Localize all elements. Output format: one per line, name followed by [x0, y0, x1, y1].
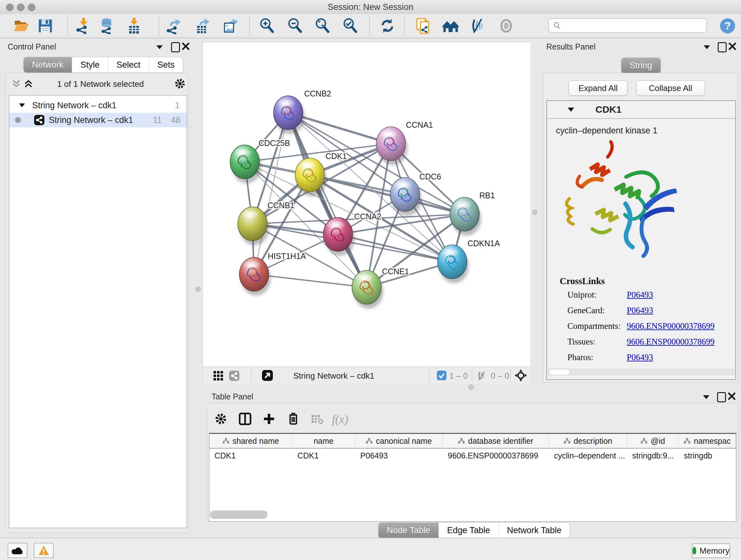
import-network-icon	[75, 17, 92, 34]
network-node-CCNB2[interactable]	[273, 96, 305, 134]
show-columns-icon[interactable]	[239, 413, 252, 425]
crosslink-link[interactable]: 9606.ENSP00000378699	[627, 321, 715, 331]
tab-edge-table[interactable]: Edge Table	[439, 523, 498, 538]
tab-select[interactable]: Select	[108, 57, 149, 72]
copy-network-button[interactable]	[414, 17, 432, 35]
open-session-button[interactable]	[12, 17, 30, 35]
import-network-from-database-button[interactable]	[98, 17, 116, 35]
save-session-button[interactable]	[37, 17, 54, 35]
grid-view-icon[interactable]	[213, 371, 223, 381]
network-tree-child-row[interactable]: String Network – cdk1 11 48	[9, 113, 187, 127]
expand-all-chevron-icon[interactable]	[23, 79, 33, 88]
column-header-database-identifier[interactable]: database identifier	[443, 434, 549, 448]
table-panel-close-icon[interactable]	[728, 392, 736, 400]
column-header-canonical-name[interactable]: canonical name	[355, 434, 443, 448]
network-icon-gray[interactable]	[229, 371, 239, 381]
import-table-button[interactable]	[125, 17, 143, 35]
network-edge-CDK1-RB1[interactable]	[310, 175, 465, 214]
network-edge-CCNB2-HIST1H1A[interactable]	[254, 113, 288, 274]
tab-node-table[interactable]: Node Table	[379, 523, 439, 538]
network-options-gear-icon[interactable]	[174, 78, 186, 89]
network-node-CDK1[interactable]	[295, 158, 327, 196]
expand-all-button[interactable]: Expand All	[568, 80, 628, 96]
network-node-RB1[interactable]	[450, 197, 481, 236]
selected-checkbox-icon[interactable]	[437, 371, 447, 380]
right-splitter-handle[interactable]	[532, 210, 537, 215]
control-panel-menu-icon[interactable]	[156, 45, 163, 50]
eye-slash-icon	[470, 17, 486, 34]
tab-style[interactable]: Style	[72, 57, 108, 72]
results-panel-close-icon[interactable]	[729, 42, 736, 51]
automation-cloud-button[interactable]	[8, 543, 27, 558]
show-glass-eye-button[interactable]	[497, 17, 515, 35]
results-panel-menu-icon[interactable]	[703, 45, 711, 50]
table-panel-float-icon[interactable]	[717, 392, 726, 402]
birdseye-crosshair-icon[interactable]	[515, 369, 527, 382]
cell-database-identifier[interactable]: 9606.ENSP00000378699	[443, 449, 549, 462]
network-node-CCNE1[interactable]	[352, 270, 383, 309]
column-header-name[interactable]: name	[292, 434, 355, 448]
add-column-icon[interactable]	[263, 413, 275, 425]
detach-view-icon[interactable]	[262, 370, 273, 381]
network-edge-HIST1H1A-CCNE1[interactable]	[254, 274, 367, 287]
control-panel-float-icon[interactable]	[171, 42, 180, 52]
bottom-splitter-handle[interactable]	[468, 385, 474, 390]
table-options-gear-icon[interactable]	[214, 413, 227, 425]
crosslink-link[interactable]: P06493	[627, 353, 653, 362]
tab-network-table[interactable]: Network Table	[498, 523, 570, 538]
column-header-namespac[interactable]: namespac	[679, 434, 736, 448]
zoom-out-button[interactable]	[286, 17, 304, 35]
network-tree-root-row[interactable]: String Network – cdk1 1	[9, 98, 187, 113]
cell-description[interactable]: cyclin–dependent ...	[549, 449, 627, 462]
results-panel-float-icon[interactable]	[718, 42, 727, 52]
tab-sets[interactable]: Sets	[149, 57, 183, 72]
crosslink-link[interactable]: P06493	[627, 290, 653, 300]
tree-expand-triangle-icon[interactable]	[19, 103, 25, 108]
network-edge-CCNB2-CCNE1[interactable]	[288, 113, 367, 287]
cell-name[interactable]: CDK1	[292, 449, 355, 462]
cell--id[interactable]: stringdb:9...	[627, 449, 679, 462]
export-image-button[interactable]	[221, 17, 239, 35]
network-node-CCNA2[interactable]	[323, 217, 354, 256]
collapse-triangle-icon[interactable]	[567, 107, 575, 112]
results-hscrollbar-thumb[interactable]	[549, 369, 570, 375]
network-node-HIST1H1A[interactable]	[239, 257, 271, 296]
network-node-CDC25B[interactable]	[230, 145, 261, 183]
crosslink-link[interactable]: P06493	[627, 306, 653, 315]
network-canvas[interactable]: CCNB2CCNA1CDC25BCDK1CDC6RB1CCNB1CCNA2CDK…	[203, 42, 531, 367]
column-header-description[interactable]: description	[549, 434, 627, 448]
node-table-data-row[interactable]: CDK1CDK1P064939606.ENSP00000378699cyclin…	[209, 449, 736, 462]
cell-canonical-name[interactable]: P06493	[355, 449, 443, 462]
protein-card-header[interactable]: CDK1	[547, 101, 735, 119]
cell-shared-name[interactable]: CDK1	[209, 449, 292, 462]
results-hscrollbar-track[interactable]	[548, 368, 735, 375]
network-node-CDKN1A[interactable]	[437, 245, 469, 283]
memory-button[interactable]: Memory	[692, 543, 730, 558]
apply-style-refresh-button[interactable]	[379, 17, 396, 35]
collapse-all-chevron-icon[interactable]	[11, 79, 21, 88]
delete-column-trash-icon[interactable]	[287, 412, 300, 425]
cell-namespac[interactable]: stringdb	[679, 449, 736, 462]
hide-glass-eye-button[interactable]	[469, 17, 487, 35]
import-network-button[interactable]	[75, 17, 92, 35]
warnings-button[interactable]	[34, 543, 54, 558]
export-table-button[interactable]	[194, 17, 212, 35]
string-home-button[interactable]	[442, 17, 460, 35]
column-header--id[interactable]: @id	[627, 434, 679, 448]
column-header-shared-name[interactable]: shared name	[209, 434, 292, 448]
table-hscrollbar-thumb[interactable]	[210, 510, 267, 519]
help-button[interactable]: ?	[719, 17, 737, 35]
zoom-fit-button[interactable]	[313, 17, 331, 35]
zoom-selected-button[interactable]	[341, 17, 359, 35]
tab-network[interactable]: Network	[23, 57, 72, 72]
table-panel-menu-icon[interactable]	[702, 395, 710, 400]
export-network-button[interactable]	[165, 17, 183, 35]
left-splitter-handle[interactable]	[196, 287, 201, 292]
control-panel-close-icon[interactable]	[182, 42, 190, 51]
network-graph[interactable]: CCNB2CCNA1CDC25BCDK1CDC6RB1CCNB1CCNA2CDK…	[203, 42, 531, 367]
tab-string[interactable]: String	[621, 58, 661, 73]
search-input[interactable]	[548, 18, 707, 33]
zoom-in-button[interactable]	[258, 17, 276, 35]
collapse-all-button[interactable]: Collapse All	[636, 80, 705, 96]
crosslink-link[interactable]: 9606.ENSP00000378699	[627, 337, 715, 347]
